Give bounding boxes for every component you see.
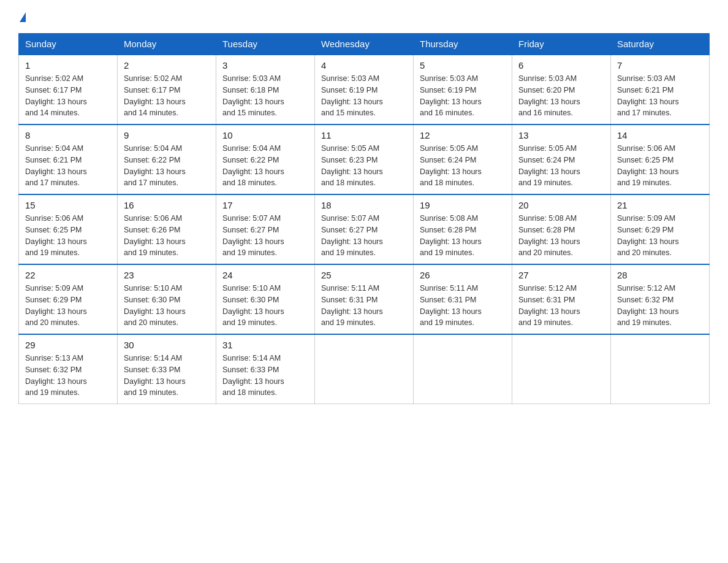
day-number: 10 [222,130,308,140]
day-info: Sunrise: 5:06 AMSunset: 6:25 PMDaylight:… [25,214,87,257]
calendar-cell: 8 Sunrise: 5:04 AMSunset: 6:21 PMDayligh… [19,124,118,194]
day-info: Sunrise: 5:07 AMSunset: 6:27 PMDaylight:… [321,214,383,257]
calendar-cell: 4 Sunrise: 5:03 AMSunset: 6:19 PMDayligh… [315,55,414,124]
calendar-cell: 12 Sunrise: 5:05 AMSunset: 6:24 PMDaylig… [414,124,512,194]
weekday-header-saturday: Saturday [611,34,710,55]
day-info: Sunrise: 5:14 AMSunset: 6:33 PMDaylight:… [124,354,186,397]
calendar-cell: 11 Sunrise: 5:05 AMSunset: 6:23 PMDaylig… [315,124,414,194]
day-number: 9 [124,130,210,140]
day-info: Sunrise: 5:12 AMSunset: 6:31 PMDaylight:… [518,284,580,327]
calendar-cell: 3 Sunrise: 5:03 AMSunset: 6:18 PMDayligh… [216,55,315,124]
day-number: 30 [124,340,210,350]
day-number: 22 [25,270,111,280]
day-info: Sunrise: 5:07 AMSunset: 6:27 PMDaylight:… [222,214,284,257]
weekday-header-monday: Monday [118,34,216,55]
day-info: Sunrise: 5:03 AMSunset: 6:20 PMDaylight:… [518,74,580,117]
calendar-cell: 5 Sunrise: 5:03 AMSunset: 6:19 PMDayligh… [414,55,512,124]
day-info: Sunrise: 5:05 AMSunset: 6:24 PMDaylight:… [420,144,482,187]
day-info: Sunrise: 5:02 AMSunset: 6:17 PMDaylight:… [25,74,87,117]
calendar-row-3: 15 Sunrise: 5:06 AMSunset: 6:25 PMDaylig… [19,194,710,264]
calendar-cell: 9 Sunrise: 5:04 AMSunset: 6:22 PMDayligh… [118,124,216,194]
day-info: Sunrise: 5:05 AMSunset: 6:23 PMDaylight:… [321,144,383,187]
calendar-cell: 29 Sunrise: 5:13 AMSunset: 6:32 PMDaylig… [19,334,118,404]
day-info: Sunrise: 5:06 AMSunset: 6:25 PMDaylight:… [617,144,679,187]
calendar-cell: 16 Sunrise: 5:06 AMSunset: 6:26 PMDaylig… [118,194,216,264]
calendar-cell [512,334,611,404]
calendar-cell: 23 Sunrise: 5:10 AMSunset: 6:30 PMDaylig… [118,264,216,334]
calendar-cell: 15 Sunrise: 5:06 AMSunset: 6:25 PMDaylig… [19,194,118,264]
day-number: 16 [124,200,210,210]
day-number: 19 [420,200,506,210]
calendar-cell: 25 Sunrise: 5:11 AMSunset: 6:31 PMDaylig… [315,264,414,334]
day-info: Sunrise: 5:08 AMSunset: 6:28 PMDaylight:… [518,214,580,257]
day-info: Sunrise: 5:10 AMSunset: 6:30 PMDaylight:… [124,284,186,327]
day-number: 21 [617,200,703,210]
day-info: Sunrise: 5:04 AMSunset: 6:22 PMDaylight:… [124,144,186,187]
calendar-cell: 22 Sunrise: 5:09 AMSunset: 6:29 PMDaylig… [19,264,118,334]
day-number: 14 [617,130,703,140]
day-number: 13 [518,130,604,140]
day-number: 23 [124,270,210,280]
day-info: Sunrise: 5:11 AMSunset: 6:31 PMDaylight:… [420,284,482,327]
calendar-cell [414,334,512,404]
day-number: 20 [518,200,604,210]
weekday-header-wednesday: Wednesday [315,34,414,55]
day-info: Sunrise: 5:03 AMSunset: 6:21 PMDaylight:… [617,74,679,117]
day-number: 1 [25,60,111,71]
calendar-cell: 24 Sunrise: 5:10 AMSunset: 6:30 PMDaylig… [216,264,315,334]
weekday-header-sunday: Sunday [19,34,118,55]
day-number: 25 [321,270,407,280]
calendar-cell [611,334,710,404]
weekday-header-tuesday: Tuesday [216,34,315,55]
calendar-cell [315,334,414,404]
day-info: Sunrise: 5:12 AMSunset: 6:32 PMDaylight:… [617,284,679,327]
day-info: Sunrise: 5:04 AMSunset: 6:21 PMDaylight:… [25,144,87,187]
day-info: Sunrise: 5:13 AMSunset: 6:32 PMDaylight:… [25,354,87,397]
day-number: 12 [420,130,506,140]
day-info: Sunrise: 5:03 AMSunset: 6:19 PMDaylight:… [420,74,482,117]
calendar-table: SundayMondayTuesdayWednesdayThursdayFrid… [18,33,710,404]
calendar-cell: 19 Sunrise: 5:08 AMSunset: 6:28 PMDaylig… [414,194,512,264]
weekday-header-row: SundayMondayTuesdayWednesdayThursdayFrid… [19,34,710,55]
calendar-row-5: 29 Sunrise: 5:13 AMSunset: 6:32 PMDaylig… [19,334,710,404]
day-info: Sunrise: 5:02 AMSunset: 6:17 PMDaylight:… [124,74,186,117]
day-number: 28 [617,270,703,280]
calendar-cell: 30 Sunrise: 5:14 AMSunset: 6:33 PMDaylig… [118,334,216,404]
calendar-cell: 6 Sunrise: 5:03 AMSunset: 6:20 PMDayligh… [512,55,611,124]
day-number: 8 [25,130,111,140]
day-number: 11 [321,130,407,140]
calendar-cell: 26 Sunrise: 5:11 AMSunset: 6:31 PMDaylig… [414,264,512,334]
day-info: Sunrise: 5:14 AMSunset: 6:33 PMDaylight:… [222,354,284,397]
day-number: 17 [222,200,308,210]
calendar-cell: 18 Sunrise: 5:07 AMSunset: 6:27 PMDaylig… [315,194,414,264]
day-number: 18 [321,200,407,210]
day-info: Sunrise: 5:03 AMSunset: 6:18 PMDaylight:… [222,74,284,117]
day-info: Sunrise: 5:09 AMSunset: 6:29 PMDaylight:… [617,214,679,257]
day-info: Sunrise: 5:10 AMSunset: 6:30 PMDaylight:… [222,284,284,327]
day-number: 5 [420,60,506,71]
day-number: 4 [321,60,407,71]
day-number: 15 [25,200,111,210]
calendar-cell: 28 Sunrise: 5:12 AMSunset: 6:32 PMDaylig… [611,264,710,334]
day-number: 2 [124,60,210,71]
calendar-cell: 20 Sunrise: 5:08 AMSunset: 6:28 PMDaylig… [512,194,611,264]
day-number: 31 [222,340,308,350]
day-number: 3 [222,60,308,71]
day-number: 29 [25,340,111,350]
header [18,12,710,22]
calendar-cell: 13 Sunrise: 5:05 AMSunset: 6:24 PMDaylig… [512,124,611,194]
day-number: 26 [420,270,506,280]
day-info: Sunrise: 5:05 AMSunset: 6:24 PMDaylight:… [518,144,580,187]
logo [18,12,26,22]
day-info: Sunrise: 5:09 AMSunset: 6:29 PMDaylight:… [25,284,87,327]
day-info: Sunrise: 5:11 AMSunset: 6:31 PMDaylight:… [321,284,383,327]
logo-triangle-icon [20,12,26,22]
day-info: Sunrise: 5:04 AMSunset: 6:22 PMDaylight:… [222,144,284,187]
calendar-cell: 31 Sunrise: 5:14 AMSunset: 6:33 PMDaylig… [216,334,315,404]
calendar-row-2: 8 Sunrise: 5:04 AMSunset: 6:21 PMDayligh… [19,124,710,194]
weekday-header-friday: Friday [512,34,611,55]
calendar-body: 1 Sunrise: 5:02 AMSunset: 6:17 PMDayligh… [19,55,710,404]
day-info: Sunrise: 5:03 AMSunset: 6:19 PMDaylight:… [321,74,383,117]
day-number: 6 [518,60,604,71]
calendar-cell: 17 Sunrise: 5:07 AMSunset: 6:27 PMDaylig… [216,194,315,264]
